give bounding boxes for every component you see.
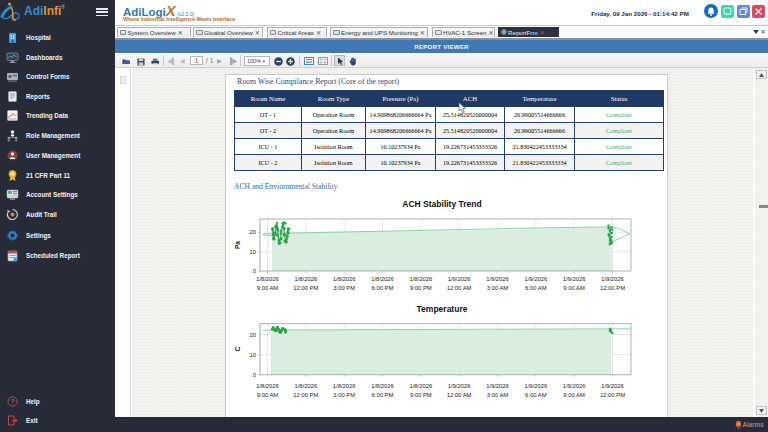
svg-text:1/9/2026: 1/9/2026 (524, 276, 547, 282)
svg-text:1/9/2026: 1/9/2026 (524, 383, 547, 389)
svg-text:1/8/2026: 1/8/2026 (256, 276, 279, 282)
svg-text:12:00 PM: 12:00 PM (293, 392, 318, 398)
svg-text:10: 10 (250, 249, 256, 255)
svg-text:10: 10 (250, 352, 256, 358)
svg-text:1/8/2026: 1/8/2026 (256, 383, 279, 389)
svg-text:1/8/2026: 1/8/2026 (294, 276, 317, 282)
svg-text:12:00 PM: 12:00 PM (600, 392, 625, 398)
svg-text:12:00 AM: 12:00 AM (447, 392, 472, 398)
svg-text:1/8/2026: 1/8/2026 (333, 383, 356, 389)
svg-text:C: C (234, 346, 241, 351)
svg-text:1/8/2026: 1/8/2026 (409, 276, 432, 282)
svg-text:9:00 PM: 9:00 PM (410, 392, 432, 398)
svg-text:3:00 PM: 3:00 PM (333, 392, 355, 398)
svg-text:6:00 AM: 6:00 AM (525, 285, 547, 291)
svg-text:20: 20 (250, 332, 256, 338)
svg-text:1/8/2026: 1/8/2026 (371, 276, 394, 282)
svg-text:Temperature: Temperature (417, 304, 468, 314)
svg-text:?: ? (10, 398, 14, 405)
svg-text:0: 0 (253, 372, 256, 378)
svg-text:1/9/2026: 1/9/2026 (448, 276, 471, 282)
svg-text:0: 0 (253, 268, 256, 274)
svg-text:6:00 PM: 6:00 PM (372, 285, 394, 291)
svg-text:6:00 AM: 6:00 AM (525, 392, 547, 398)
svg-text:1/9/2026: 1/9/2026 (563, 383, 586, 389)
svg-text:1/8/2026: 1/8/2026 (294, 383, 317, 389)
svg-text:1/9/2026: 1/9/2026 (486, 383, 509, 389)
svg-text:1/8/2026: 1/8/2026 (333, 276, 356, 282)
svg-text:1/9/2026: 1/9/2026 (486, 276, 509, 282)
svg-text:12:00 PM: 12:00 PM (600, 285, 625, 291)
svg-text:1/9/2026: 1/9/2026 (601, 276, 624, 282)
svg-text:3:00 PM: 3:00 PM (333, 285, 355, 291)
svg-text:9:00 AM: 9:00 AM (257, 285, 279, 291)
svg-text:9:00 AM: 9:00 AM (563, 392, 585, 398)
svg-text:1/9/2026: 1/9/2026 (563, 276, 586, 282)
svg-text:1/8/2026: 1/8/2026 (409, 383, 432, 389)
svg-text:1/8/2026: 1/8/2026 (371, 383, 394, 389)
svg-text:ACH Stability Trend: ACH Stability Trend (402, 199, 481, 209)
svg-text:20: 20 (250, 229, 256, 235)
svg-text:1/9/2026: 1/9/2026 (601, 383, 624, 389)
svg-text:12:00 AM: 12:00 AM (447, 285, 472, 291)
svg-text:1/9/2026: 1/9/2026 (448, 383, 471, 389)
svg-text:3:00 AM: 3:00 AM (487, 392, 509, 398)
svg-text:9:00 AM: 9:00 AM (563, 285, 585, 291)
svg-text:9:00 AM: 9:00 AM (257, 392, 279, 398)
svg-text:Pa: Pa (234, 241, 241, 249)
svg-text:9:00 PM: 9:00 PM (410, 285, 432, 291)
svg-text:3:00 AM: 3:00 AM (487, 285, 509, 291)
svg-text:12:00 PM: 12:00 PM (293, 285, 318, 291)
svg-text:6:00 PM: 6:00 PM (372, 392, 394, 398)
